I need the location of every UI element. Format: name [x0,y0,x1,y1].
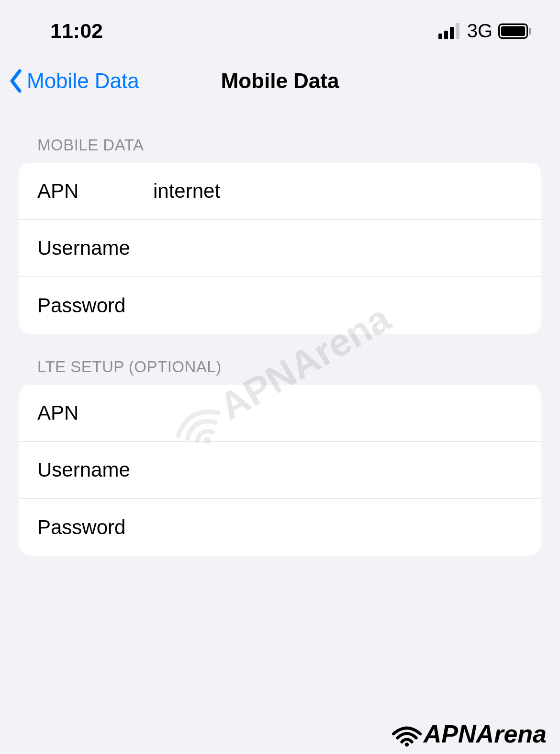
section-body: APN Username Password [19,385,541,556]
section-header-lte: LTE SETUP (OPTIONAL) [0,358,560,385]
signal-icon [438,23,459,39]
status-bar: 11:02 3G [0,0,560,57]
status-indicators: 3G [438,20,531,42]
lte-password-input[interactable] [153,516,523,539]
wifi-icon [390,720,424,748]
watermark-text: APNArena [424,720,547,748]
apn-input[interactable] [153,180,523,203]
lte-password-label: Password [37,516,153,539]
status-time: 11:02 [50,19,103,43]
mobile-data-section: MOBILE DATA APN Username Password [0,136,560,334]
lte-setup-section: LTE SETUP (OPTIONAL) APN Username Passwo… [0,358,560,556]
lte-username-label: Username [37,458,153,481]
watermark-bottom: APNArena [390,720,547,748]
network-type: 3G [467,20,493,42]
page-title: Mobile Data [221,69,339,93]
password-row[interactable]: Password [19,277,541,334]
password-label: Password [37,294,153,317]
password-input[interactable] [153,294,523,317]
apn-row[interactable]: APN [19,163,541,220]
lte-apn-row[interactable]: APN [19,385,541,442]
username-label: Username [37,237,153,260]
back-button[interactable]: Mobile Data [9,68,139,94]
lte-apn-label: APN [37,401,153,424]
battery-icon [498,23,531,39]
lte-password-row[interactable]: Password [19,499,541,556]
apn-label: APN [37,180,153,203]
section-header-mobile-data: MOBILE DATA [0,136,560,163]
back-label: Mobile Data [27,69,139,93]
lte-username-row[interactable]: Username [19,442,541,499]
navigation-bar: Mobile Data Mobile Data [0,57,560,110]
lte-username-input[interactable] [153,458,523,481]
username-input[interactable] [153,237,523,260]
lte-apn-input[interactable] [153,401,523,424]
username-row[interactable]: Username [19,220,541,277]
chevron-left-icon [9,68,23,94]
svg-point-1 [405,743,409,746]
section-body: APN Username Password [19,163,541,334]
content-area: MOBILE DATA APN Username Password LTE SE… [0,110,560,556]
